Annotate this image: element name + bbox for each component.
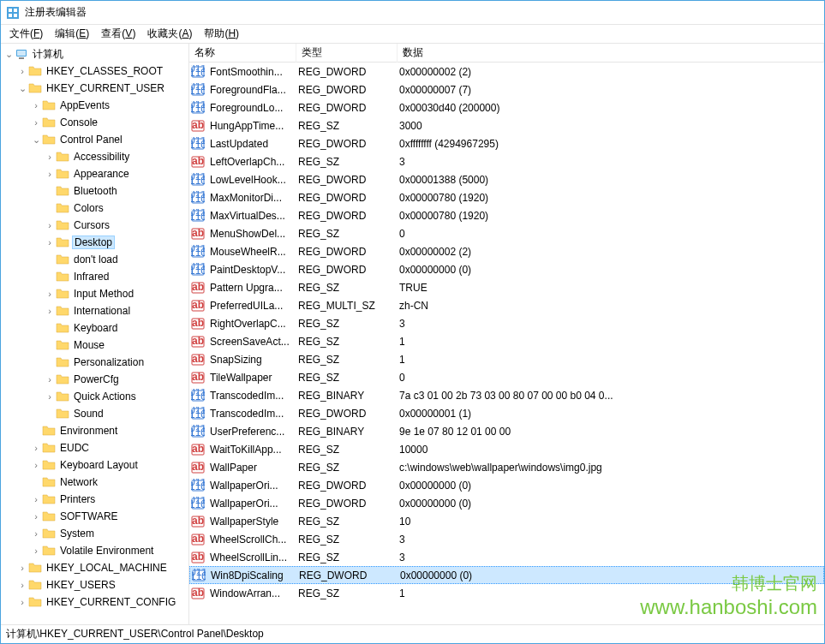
tree-control-panel[interactable]: ⌄Control Panel [1,131,188,148]
twisty-icon[interactable]: ⌄ [3,49,15,60]
value-type: REG_SZ [295,155,396,169]
list-row[interactable]: TranscodedIm...REG_DWORD0x00000001 (1) [189,404,824,422]
twisty-icon[interactable]: › [16,580,28,590]
list-row[interactable]: WallPaperREG_SZc:\windows\web\wallpaper\… [189,458,824,476]
tree-quick-actions[interactable]: ›Quick Actions [1,388,188,405]
menu-help[interactable]: 帮助(H) [199,25,244,43]
twisty-icon[interactable]: ⌄ [30,134,42,146]
twisty-icon[interactable]: › [30,494,42,504]
col-header-type[interactable]: 类型 [296,44,398,63]
tree-accessibility[interactable]: ›Accessibility [1,148,188,165]
twisty-icon[interactable]: › [16,563,28,573]
twisty-icon[interactable]: › [30,100,42,110]
list-row[interactable]: FontSmoothin...REG_DWORD0x00000002 (2) [189,63,824,80]
tree-label: Infrared [72,270,111,283]
tree-hkcu[interactable]: ⌄HKEY_CURRENT_USER [1,80,188,97]
list-row[interactable]: MouseWheelR...REG_DWORD0x00000002 (2) [189,242,824,260]
list-row[interactable]: TranscodedIm...REG_BINARY7a c3 01 00 2b … [189,386,824,404]
twisty-icon[interactable]: › [30,117,42,128]
list-row[interactable]: LowLevelHook...REG_DWORD0x00001388 (5000… [189,170,824,188]
menu-edit[interactable]: 编辑(E) [50,25,94,43]
list-row[interactable]: MaxVirtualDes...REG_DWORD0x00000780 (192… [189,206,824,224]
tree-personalization[interactable]: Personalization [1,354,188,371]
tree-keyboard-layout[interactable]: ›Keyboard Layout [1,456,188,474]
tree-appearance[interactable]: ›Appearance [1,165,188,182]
twisty-icon[interactable]: ⌄ [16,83,28,94]
tree-cursors[interactable]: ›Cursors [1,217,188,234]
list-row[interactable]: WallpaperStyleREG_SZ10 [189,512,824,530]
tree-powercfg[interactable]: ›PowerCfg [1,371,188,388]
menu-view[interactable]: 查看(V) [96,25,140,43]
tree-sound[interactable]: Sound [1,405,188,422]
tree-bluetooth[interactable]: Bluetooth [1,182,188,200]
list-row[interactable]: ForegroundLo...REG_DWORD0x00030d40 (2000… [189,98,824,116]
list-row[interactable]: Win8DpiScalingREG_DWORD0x00000000 (0) [189,566,824,584]
twisty-icon[interactable]: › [30,511,42,522]
tree-printers[interactable]: ›Printers [1,491,188,508]
tree-pane[interactable]: ⌄计算机 ›HKEY_CLASSES_ROOT ⌄HKEY_CURRENT_US… [1,44,189,624]
list-row[interactable]: ForegroundFla...REG_DWORD0x00000007 (7) [189,80,824,98]
menu-favorites[interactable]: 收藏夹(A) [142,25,197,43]
value-data: zh-CN [396,299,822,313]
tree-mouse[interactable]: Mouse [1,337,188,354]
tree-console[interactable]: ›Console [1,114,188,131]
tree-dont-load[interactable]: don't load [1,251,188,268]
tree-input-method[interactable]: ›Input Method [1,285,188,302]
twisty-icon[interactable]: › [44,152,56,162]
tree-appevents[interactable]: ›AppEvents [1,97,188,114]
list-row[interactable]: WheelScrollLin...REG_SZ3 [189,548,824,566]
list-row[interactable]: LeftOverlapCh...REG_SZ3 [189,152,824,170]
list-row[interactable]: UserPreferenc...REG_BINARY9e 1e 07 80 12… [189,422,824,440]
tree-international[interactable]: ›International [1,302,188,319]
list-row[interactable]: WaitToKillApp...REG_SZ10000 [189,440,824,458]
twisty-icon[interactable]: › [44,220,56,230]
menu-file[interactable]: 文件(F) [4,25,48,43]
list-row[interactable]: HungAppTime...REG_SZ3000 [189,116,824,134]
tree-eudc[interactable]: ›EUDC [1,439,188,456]
col-header-name[interactable]: 名称 [189,44,296,63]
list-row[interactable]: WallpaperOri...REG_DWORD0x00000000 (0) [189,476,824,494]
list-row[interactable]: PreferredUILa...REG_MULTI_SZzh-CN [189,296,824,314]
tree-hkcc[interactable]: ›HKEY_CURRENT_CONFIG [1,593,188,611]
twisty-icon[interactable]: › [44,237,56,247]
list-row[interactable]: MaxMonitorDi...REG_DWORD0x00000780 (1920… [189,188,824,206]
list-row[interactable]: WheelScrollCh...REG_SZ3 [189,530,824,548]
tree-keyboard[interactable]: Keyboard [1,319,188,337]
tree-desktop[interactable]: ›Desktop [1,234,188,251]
twisty-icon[interactable]: › [44,169,56,179]
twisty-icon[interactable]: › [30,460,42,470]
tree-root[interactable]: ⌄计算机 [1,45,188,63]
list-row[interactable]: WallpaperOri...REG_DWORD0x00000000 (0) [189,494,824,512]
list-row[interactable]: RightOverlapC...REG_SZ3 [189,314,824,332]
tree-hkcr[interactable]: ›HKEY_CLASSES_ROOT [1,63,188,80]
twisty-icon[interactable]: › [44,306,56,316]
tree-environment[interactable]: Environment [1,422,188,439]
list-row[interactable]: TileWallpaperREG_SZ0 [189,368,824,386]
col-header-data[interactable]: 数据 [398,44,824,63]
list-body: FontSmoothin...REG_DWORD0x00000002 (2)Fo… [189,63,824,602]
twisty-icon[interactable]: › [30,528,42,539]
twisty-icon[interactable]: › [44,391,56,402]
tree-colors[interactable]: Colors [1,200,188,217]
twisty-icon[interactable]: › [44,289,56,299]
list-row[interactable]: ScreenSaveAct...REG_SZ1 [189,332,824,350]
tree-hklm[interactable]: ›HKEY_LOCAL_MACHINE [1,559,188,576]
list-pane[interactable]: 名称 类型 数据 FontSmoothin...REG_DWORD0x00000… [189,44,824,624]
tree-network[interactable]: Network [1,474,188,491]
twisty-icon[interactable]: › [44,374,56,385]
list-row[interactable]: SnapSizingREG_SZ1 [189,350,824,368]
list-row[interactable]: LastUpdatedREG_DWORD0xffffffff (42949672… [189,134,824,152]
list-row[interactable]: Pattern Upgra...REG_SZTRUE [189,278,824,296]
twisty-icon[interactable]: › [30,443,42,453]
list-row[interactable]: PaintDesktopV...REG_DWORD0x00000000 (0) [189,260,824,278]
tree-software[interactable]: ›SOFTWARE [1,508,188,525]
tree-system[interactable]: ›System [1,525,188,542]
tree-infrared[interactable]: Infrared [1,268,188,285]
list-row[interactable]: MenuShowDel...REG_SZ0 [189,224,824,242]
twisty-icon[interactable]: › [30,546,42,556]
twisty-icon[interactable]: › [16,66,28,76]
tree-hku[interactable]: ›HKEY_USERS [1,576,188,593]
list-row[interactable]: WindowArran...REG_SZ1 [189,584,824,602]
tree-volatile[interactable]: ›Volatile Environment [1,542,188,559]
twisty-icon[interactable]: › [16,597,28,607]
